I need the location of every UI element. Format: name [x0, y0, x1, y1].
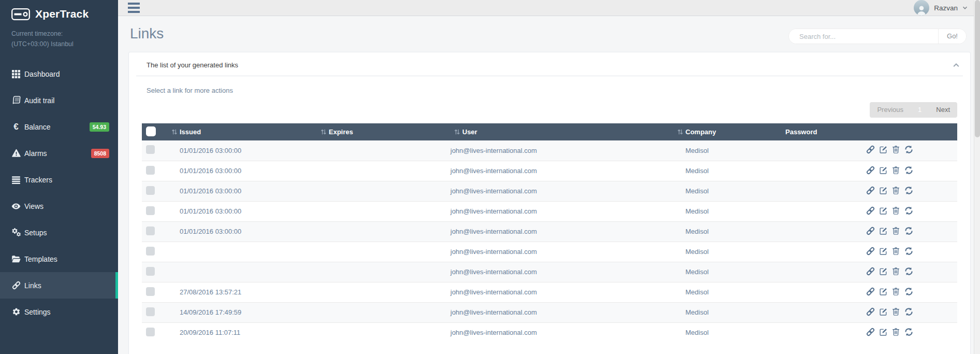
link-icon[interactable]: [866, 328, 875, 337]
euro-icon: €: [11, 122, 21, 132]
link-icon[interactable]: [866, 307, 875, 317]
select-all-checkbox[interactable]: [146, 126, 156, 136]
sidebar-item-alarms[interactable]: Alarms 8508: [0, 140, 118, 166]
delete-icon[interactable]: [891, 166, 901, 175]
sidebar-item-settings[interactable]: Settings: [0, 299, 118, 325]
collapse-panel-icon[interactable]: [953, 62, 960, 69]
edit-icon[interactable]: [879, 166, 888, 175]
sidebar-item-views[interactable]: Views: [0, 193, 118, 219]
link-icon[interactable]: [866, 287, 875, 296]
column-header-issued[interactable]: Issued: [168, 123, 317, 140]
table-row[interactable]: 01/01/2016 03:00:00 john@lives-internati…: [142, 181, 957, 201]
link-icon[interactable]: [866, 247, 875, 256]
edit-icon[interactable]: [879, 186, 888, 195]
edit-icon[interactable]: [879, 247, 888, 256]
delete-icon[interactable]: [891, 247, 901, 256]
edit-icon[interactable]: [879, 328, 888, 337]
refresh-icon[interactable]: [904, 247, 914, 256]
refresh-icon[interactable]: [904, 206, 914, 216]
row-checkbox[interactable]: [146, 328, 155, 336]
table-row[interactable]: 27/08/2016 13:57:21 john@lives-internati…: [142, 282, 957, 302]
table-row[interactable]: 20/09/2016 11:07:11 john@lives-internati…: [142, 322, 957, 343]
row-checkbox[interactable]: [146, 166, 155, 175]
table-row[interactable]: 14/09/2016 17:49:59 john@lives-internati…: [142, 302, 957, 322]
delete-icon[interactable]: [891, 145, 901, 154]
link-icon[interactable]: [866, 186, 875, 195]
table-row[interactable]: john@lives-international.com Medisol: [142, 242, 957, 262]
row-checkbox[interactable]: [146, 145, 155, 154]
edit-icon[interactable]: [879, 145, 888, 154]
row-checkbox[interactable]: [146, 186, 155, 195]
row-checkbox[interactable]: [146, 226, 155, 235]
grid-icon: [11, 70, 21, 78]
edit-icon[interactable]: [879, 267, 888, 276]
scrollbar-thumb[interactable]: [975, 0, 980, 137]
cell-user: john@lives-international.com: [438, 282, 674, 302]
cell-issued: 01/01/2016 03:00:00: [168, 181, 317, 201]
cell-password: [773, 262, 854, 282]
delete-icon[interactable]: [891, 226, 901, 236]
topbar: Razvan: [118, 0, 980, 16]
column-header-expires[interactable]: Expires: [317, 123, 438, 140]
edit-icon[interactable]: [879, 307, 888, 317]
delete-icon[interactable]: [891, 206, 901, 216]
refresh-icon[interactable]: [904, 186, 914, 195]
timezone-info: Current timezone: (UTC+03:00) Istanbul: [0, 20, 118, 49]
row-checkbox[interactable]: [146, 247, 155, 256]
link-icon[interactable]: [866, 145, 875, 154]
link-icon[interactable]: [866, 206, 875, 216]
row-checkbox[interactable]: [146, 307, 155, 316]
edit-icon[interactable]: [879, 287, 888, 296]
sidebar-item-setups[interactable]: Setups: [0, 219, 118, 246]
refresh-icon[interactable]: [904, 287, 914, 296]
next-page-button[interactable]: Next: [929, 102, 957, 118]
row-checkbox[interactable]: [146, 206, 155, 215]
link-icon[interactable]: [866, 226, 875, 236]
delete-icon[interactable]: [891, 267, 901, 276]
link-icon[interactable]: [866, 267, 875, 276]
edit-icon[interactable]: [879, 206, 888, 216]
delete-icon[interactable]: [891, 287, 901, 296]
row-checkbox[interactable]: [146, 267, 155, 276]
previous-page-button[interactable]: Previous: [870, 102, 911, 118]
user-menu[interactable]: Razvan: [914, 0, 968, 16]
sidebar-item-audit-trail[interactable]: Audit trail: [0, 87, 118, 114]
delete-icon[interactable]: [891, 328, 901, 337]
delete-icon[interactable]: [891, 307, 901, 317]
refresh-icon[interactable]: [904, 226, 914, 236]
gears-icon: [11, 229, 21, 237]
column-header-user[interactable]: User: [438, 123, 674, 140]
refresh-icon[interactable]: [904, 328, 914, 337]
sidebar-item-templates[interactable]: Templates: [0, 246, 118, 272]
sidebar-item-dashboard[interactable]: Dashboard: [0, 61, 118, 87]
table-row[interactable]: 01/01/2016 03:00:00 john@lives-internati…: [142, 140, 957, 161]
refresh-icon[interactable]: [904, 166, 914, 175]
column-header-company[interactable]: Company: [674, 123, 773, 140]
table-row[interactable]: john@lives-international.com Medisol: [142, 262, 957, 282]
refresh-icon[interactable]: [904, 267, 914, 276]
panel-title: The list of your generated links: [147, 61, 238, 69]
sidebar: XperTrack Current timezone: (UTC+03:00) …: [0, 0, 118, 354]
table-row[interactable]: 01/01/2016 03:00:00 john@lives-internati…: [142, 161, 957, 181]
edit-icon[interactable]: [879, 226, 888, 236]
sidebar-item-balance[interactable]: € Balance 54.93: [0, 114, 118, 140]
table-row[interactable]: 01/01/2016 03:00:00 john@lives-internati…: [142, 221, 957, 242]
sidebar-item-links[interactable]: Links: [0, 272, 118, 299]
main-area: Razvan Links Go! The list of your genera…: [118, 0, 980, 354]
delete-icon[interactable]: [891, 186, 901, 195]
refresh-icon[interactable]: [904, 145, 914, 154]
sidebar-item-trackers[interactable]: Trackers: [0, 166, 118, 193]
app-logo[interactable]: XperTrack: [0, 0, 118, 20]
cell-company: Medisol: [674, 322, 773, 343]
search-go-button[interactable]: Go!: [938, 29, 966, 44]
scrollbar: [974, 0, 980, 354]
link-icon[interactable]: [866, 166, 875, 175]
row-checkbox[interactable]: [146, 287, 155, 296]
sidebar-toggle-button[interactable]: [126, 1, 142, 15]
search-input[interactable]: [789, 29, 938, 44]
links-table-body: 01/01/2016 03:00:00 john@lives-internati…: [142, 140, 957, 343]
refresh-icon[interactable]: [904, 307, 914, 317]
table-row[interactable]: 01/01/2016 03:00:00 john@lives-internati…: [142, 201, 957, 221]
cell-company: Medisol: [674, 221, 773, 242]
current-page[interactable]: 1: [911, 102, 929, 118]
